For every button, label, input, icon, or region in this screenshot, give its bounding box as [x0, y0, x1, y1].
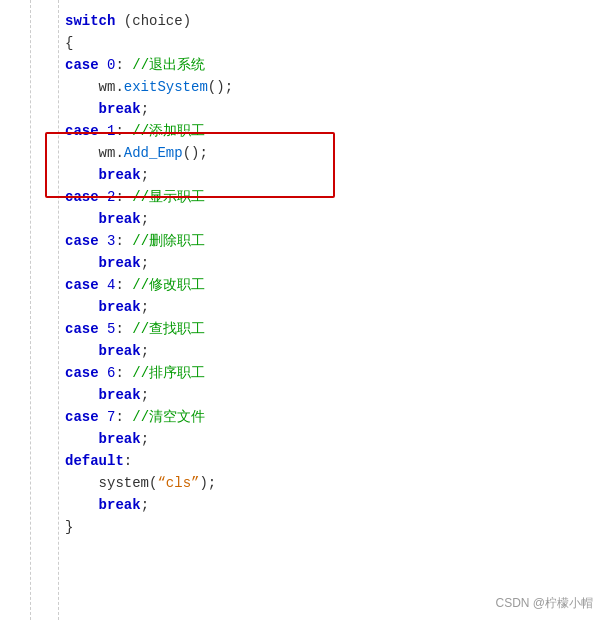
- code-line: break;: [0, 252, 605, 274]
- code-line: wm.Add_Emp();: [0, 142, 605, 164]
- line-content: break;: [65, 384, 595, 406]
- line-content: wm.Add_Emp();: [65, 142, 595, 164]
- line-content: case 7: //清空文件: [65, 406, 595, 428]
- line-content: case 4: //修改职工: [65, 274, 595, 296]
- code-line: default:: [0, 450, 605, 472]
- code-line: case 0: //退出系统: [0, 54, 605, 76]
- code-line: case 5: //查找职工: [0, 318, 605, 340]
- code-line: break;: [0, 340, 605, 362]
- line-content: default:: [65, 450, 595, 472]
- line-content: case 1: //添加职工: [65, 120, 595, 142]
- line-content: break;: [65, 296, 595, 318]
- code-area: switch (choice){case 0: //退出系统 wm.exitSy…: [0, 0, 605, 620]
- line-content: break;: [65, 428, 595, 450]
- code-line: case 1: //添加职工: [0, 120, 605, 142]
- line-content: case 0: //退出系统: [65, 54, 595, 76]
- code-line: break;: [0, 494, 605, 516]
- line-content: case 5: //查找职工: [65, 318, 595, 340]
- dashed-guide-left: [30, 0, 31, 620]
- line-content: {: [65, 32, 595, 54]
- line-content: break;: [65, 98, 595, 120]
- watermark: CSDN @柠檬小帽: [495, 595, 593, 612]
- code-line: case 6: //排序职工: [0, 362, 605, 384]
- line-content: system(“cls”);: [65, 472, 595, 494]
- code-line: break;: [0, 164, 605, 186]
- line-content: break;: [65, 164, 595, 186]
- code-line: break;: [0, 428, 605, 450]
- code-line: wm.exitSystem();: [0, 76, 605, 98]
- code-line: break;: [0, 208, 605, 230]
- code-line: switch (choice): [0, 10, 605, 32]
- code-line: case 7: //清空文件: [0, 406, 605, 428]
- line-content: case 2: //显示职工: [65, 186, 595, 208]
- code-line: system(“cls”);: [0, 472, 605, 494]
- line-content: case 3: //删除职工: [65, 230, 595, 252]
- code-lines: switch (choice){case 0: //退出系统 wm.exitSy…: [0, 10, 605, 538]
- line-content: break;: [65, 494, 595, 516]
- line-content: }: [65, 516, 595, 538]
- code-line: break;: [0, 98, 605, 120]
- line-content: switch (choice): [65, 10, 595, 32]
- dashed-guide-left2: [58, 0, 59, 620]
- code-line: {: [0, 32, 605, 54]
- line-content: wm.exitSystem();: [65, 76, 595, 98]
- code-line: break;: [0, 384, 605, 406]
- line-content: break;: [65, 252, 595, 274]
- code-line: case 2: //显示职工: [0, 186, 605, 208]
- code-line: case 3: //删除职工: [0, 230, 605, 252]
- code-line: }: [0, 516, 605, 538]
- line-content: break;: [65, 340, 595, 362]
- code-line: case 4: //修改职工: [0, 274, 605, 296]
- line-content: break;: [65, 208, 595, 230]
- code-line: break;: [0, 296, 605, 318]
- line-content: case 6: //排序职工: [65, 362, 595, 384]
